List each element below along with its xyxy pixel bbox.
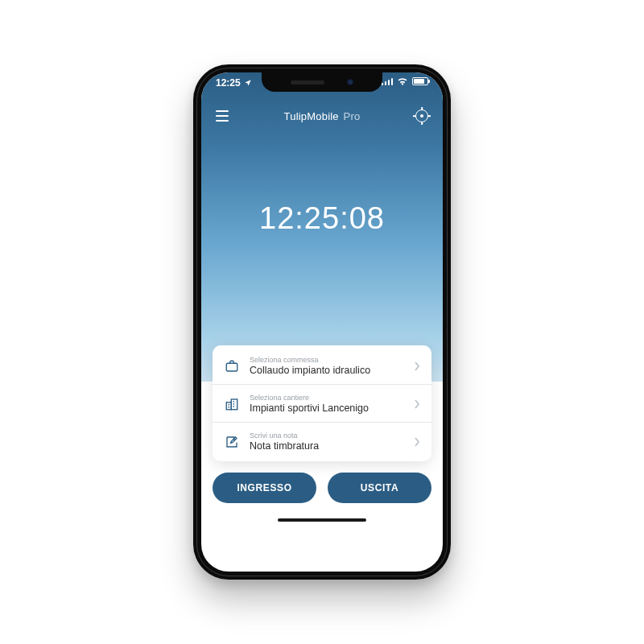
locate-button[interactable]: [414, 108, 430, 124]
chevron-right-icon: [414, 361, 420, 371]
app-title-main: TulipMobile: [284, 110, 339, 122]
location-arrow-icon: [244, 79, 252, 87]
chevron-right-icon: [414, 399, 420, 409]
app-title: TulipMobile Pro: [284, 110, 361, 122]
app-title-suffix: Pro: [344, 110, 361, 122]
phone-frame: 12:25 TulipMobile Pro: [193, 64, 451, 580]
app-header: TulipMobile Pro: [201, 100, 443, 132]
status-left: 12:25: [216, 77, 252, 89]
clock-seconds: 08: [349, 201, 385, 235]
cantiere-value: Impianti sportivi Lancenigo: [250, 402, 404, 414]
briefcase-icon: [224, 358, 240, 374]
home-indicator[interactable]: [201, 511, 443, 529]
svg-rect-1: [226, 402, 231, 409]
signal-icon: [382, 77, 394, 85]
nota-value: Nota timbratura: [250, 440, 404, 452]
selection-card: Seleziona commessa Collaudo impianto idr…: [213, 345, 431, 461]
clock-minutes: 25: [304, 201, 340, 235]
svg-rect-0: [226, 363, 237, 371]
uscita-button[interactable]: USCITA: [328, 473, 431, 503]
current-time-display: 12:25:08: [201, 201, 443, 236]
edit-note-icon: [224, 434, 240, 450]
commessa-label: Seleziona commessa: [250, 356, 404, 364]
clock-hours: 12: [259, 201, 295, 235]
front-camera: [347, 79, 353, 85]
ingresso-button[interactable]: INGRESSO: [213, 473, 316, 503]
row-nota[interactable]: Scrivi una nota Nota timbratura: [213, 423, 431, 460]
wifi-icon: [397, 77, 408, 85]
chevron-right-icon: [414, 437, 420, 447]
hamburger-icon: [216, 110, 229, 121]
phone-screen: 12:25 TulipMobile Pro: [201, 72, 443, 572]
nota-label: Scrivi una nota: [250, 431, 404, 440]
commessa-value: Collaudo impianto idraulico: [250, 365, 404, 376]
crosshair-icon: [415, 109, 428, 122]
cantiere-label: Seleziona cantiere: [250, 394, 404, 402]
building-icon: [224, 396, 240, 412]
battery-icon: [412, 77, 428, 85]
phone-notch: [262, 72, 382, 92]
status-time: 12:25: [216, 77, 241, 89]
row-commessa[interactable]: Seleziona commessa Collaudo impianto idr…: [213, 347, 431, 385]
status-right: [382, 77, 429, 85]
row-cantiere[interactable]: Seleziona cantiere Impianti sportivi Lan…: [213, 385, 431, 423]
menu-button[interactable]: [214, 108, 230, 124]
speaker-grille: [291, 80, 324, 85]
action-buttons: INGRESSO USCITA: [201, 461, 443, 511]
